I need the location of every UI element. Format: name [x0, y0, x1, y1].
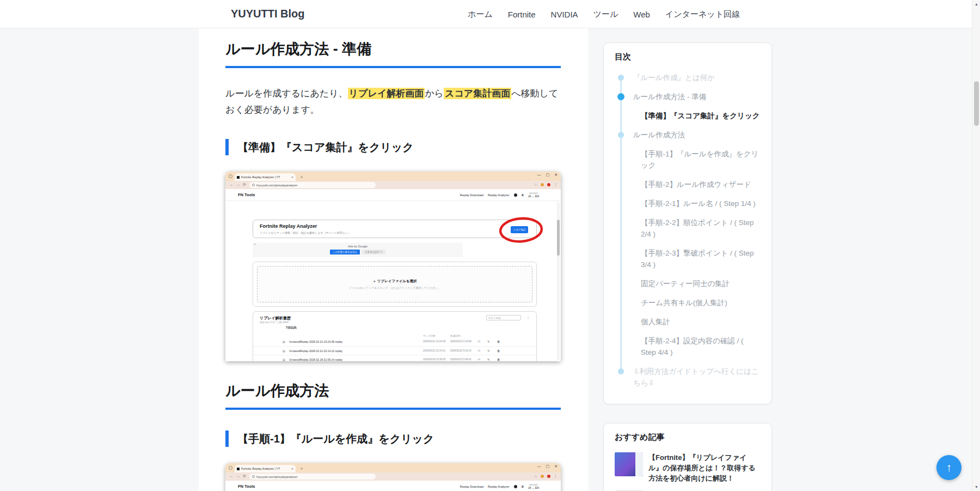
toc-title: 目次	[615, 52, 761, 62]
tab-title: Fortnite Replay Analyzer | YT	[241, 467, 290, 470]
dropzone-hint: ファイルをドラッグ＆ドロップ、またはクリックして選択してください。	[349, 286, 440, 289]
row-badge: +1	[477, 340, 480, 343]
toc-item-current[interactable]: 【準備】『スコア集計』をクリック	[615, 110, 761, 122]
link-replay-analyzer: Replay Analyzer	[488, 485, 510, 488]
minimize-icon: —	[537, 173, 541, 177]
toc-item[interactable]: 『ルール作成』とは何か	[615, 72, 761, 83]
nav-home[interactable]: ホーム	[468, 9, 493, 20]
nav-web[interactable]: Web	[633, 10, 650, 19]
embedded-scrollbar-thumb	[557, 220, 560, 256]
extension-icon	[541, 183, 544, 186]
language-switcher: LANGUAGE JA → EN	[528, 193, 539, 198]
file-icon: ▤	[283, 349, 285, 353]
history-search-input	[486, 315, 521, 320]
browser-tab: Fortnite Replay Analyzer | YT ✕	[235, 173, 296, 181]
replay-file-name: UnsavedReplay-2026.02.21-23.24.35.replay	[289, 340, 342, 343]
article-column: ルール作成方法 - 準備 ルールを作成するにあたり、リプレイ解析画面からスコア集…	[199, 28, 588, 491]
select-replay-file-label: ＋ リプレイファイルを選択	[372, 279, 416, 284]
window-controls: — ▢ ✕	[537, 173, 558, 177]
row-badge: +1	[477, 349, 480, 352]
toc-item[interactable]: 【手順-2-1】ルール名 / ( Step 1/4 )	[615, 198, 761, 209]
paragraph-text: ルールを作成するにあたり、	[225, 88, 348, 99]
nav-tools[interactable]: ツール	[593, 9, 618, 20]
ad-settings-button: 広告表示設定 ⓘ	[362, 250, 385, 254]
recommended-title: おすすめ記事	[615, 432, 761, 442]
tab-close-icon: ✕	[291, 175, 293, 179]
toc-item[interactable]: 【手順-2-4】設定内容の確認 / ( Step 4/4 )	[615, 335, 761, 358]
screenshot-create-rule[interactable]: Fortnite Replay Analyzer | YT ✕ ＋ — ▢ ✕ …	[225, 463, 561, 491]
analyzer-page: FN Tools Replay Download Replay Analyzer…	[225, 481, 561, 491]
analyzer-title: Fortnite Replay Analyzer	[260, 223, 317, 229]
site-info-icon	[252, 184, 255, 186]
profile-avatar	[547, 183, 550, 186]
github-icon	[514, 193, 517, 197]
minimize-icon: —	[537, 464, 541, 469]
toc-list: 『ルール作成』とは何か ルール作成方法 - 準備 【準備】『スコア集計』をクリッ…	[615, 72, 761, 389]
browser-menu-icon: ⋮	[554, 474, 558, 478]
google-ad: ✕ Ads by Google この広告の表示を停止 広告表示設定 ⓘ	[253, 243, 463, 257]
site-logo[interactable]: YUYUTTI Blog	[231, 8, 305, 20]
recommended-card: おすすめ記事 【Fortnite】『リプレイファイル』の保存場所とは！？取得する…	[603, 423, 772, 491]
replay-history-card: リプレイ解析履歴 保存済み 3 件 / 上限 100件 ⋮ 7日以内 マッチ日時…	[253, 311, 537, 361]
url-field: fnyuyutti.com/ja/replayanalyzer	[249, 182, 376, 188]
created-date: 2026/02/22 5:09:41	[450, 358, 471, 361]
toc-item[interactable]: 【手順-2-2】順位ポイント / ( Step 2/4 )	[615, 217, 761, 240]
replay-file-name: UnsavedReplay-2026.02.21-22.14.12.replay	[289, 349, 342, 353]
toc-item[interactable]: チーム共有キル(個人集計)	[615, 297, 761, 308]
toc-item[interactable]: 【手順-1】『ルールを作成』をクリック	[615, 148, 761, 171]
screenshot-score-button-circled[interactable]: Fortnite Replay Analyzer | YT ✕ ＋ — ▢ ✕ …	[225, 172, 561, 361]
sidebar: 目次 『ルール作成』とは何か ルール作成方法 - 準備 【準備】『スコア集計』を…	[603, 43, 772, 491]
scrollbar-down-icon[interactable]: ▼	[972, 483, 980, 491]
new-tab-icon: ＋	[299, 174, 304, 180]
window-controls: — ▢ ✕	[537, 464, 558, 469]
x-social-icon: X	[522, 193, 524, 197]
toc-item-active[interactable]: ルール作成方法 - 準備	[615, 91, 761, 102]
nav-internet[interactable]: インターネット回線	[665, 9, 740, 20]
analyzer-site-header: FN Tools Replay Download Replay Analyzer…	[225, 189, 561, 201]
analyzer-page: FN Tools Replay Download Replay Analyzer…	[225, 189, 561, 361]
toc-item[interactable]: 【手順-2-3】撃破ポイント / ( Step 3/4 )	[615, 247, 761, 270]
page-scrollbar[interactable]: ▲ ▼	[972, 0, 980, 491]
replay-file-name: UnsavedReplay-2026.02.18-21.56.14.replay	[289, 358, 342, 361]
browser-tab: Fortnite Replay Analyzer | YT ✕	[235, 465, 296, 472]
history-subtitle: 保存済み 3 件 / 上限 100件	[260, 321, 289, 324]
toc-item[interactable]: 固定パーティー同士の集計	[615, 278, 761, 289]
toc-item[interactable]: 個人集計	[615, 316, 761, 328]
nav-nvidia[interactable]: NVIDIA	[551, 10, 578, 19]
close-icon: ✕	[554, 173, 558, 177]
bookmark-star-icon: ☆	[534, 183, 537, 187]
new-tab-icon: ＋	[299, 465, 304, 471]
language-value: JA → EN	[528, 195, 539, 198]
tab-favicon-icon	[237, 176, 240, 179]
bookmark-star-icon: ☆	[534, 474, 537, 478]
score-aggregation-button: スコア集計	[511, 226, 528, 233]
history-table-header: マッチ日時 作成日時 ↓	[253, 332, 536, 337]
link-replay-download: Replay Download	[460, 193, 483, 197]
scrollbar-thumb[interactable]	[974, 81, 979, 126]
replay-upload-card: ＋ リプレイファイルを選択 ファイルをドラッグ＆ドロップ、またはクリックして選択…	[253, 262, 537, 307]
language-value: JA → EN	[528, 487, 539, 489]
toc-item-guide-link[interactable]: ⇩利用方法ガイドトップへ行くにはこちら⇩	[615, 366, 761, 389]
maximize-icon: ▢	[546, 173, 550, 177]
history-menu-icon: ⋮	[526, 316, 530, 319]
toc-card: 目次 『ルール作成』とは何か ルール作成方法 - 準備 【準備】『スコア集計』を…	[603, 43, 772, 404]
scroll-to-top-button[interactable]: ↑	[936, 455, 961, 480]
analyzer-subtitle: リプレイからマッチ情報・順位・統計を解析します（サーバー保存なし）	[260, 231, 351, 234]
url-text: fnyuyutti.com/ja/replayanalyzer	[256, 184, 298, 187]
recommended-article[interactable]: 【Fortnite】『リプレイファイル』の保存場所とは！？取得する方法を初心者向…	[615, 452, 761, 483]
fn-tools-logo: FN Tools	[238, 192, 255, 197]
back-icon: ←	[230, 183, 234, 186]
browser-tab-bar: Fortnite Replay Analyzer | YT ✕ ＋ — ▢ ✕	[225, 172, 561, 181]
toc-item[interactable]: ルール作成方法	[615, 129, 761, 141]
extension-icon	[541, 475, 544, 478]
trash-icon: 🗑	[497, 358, 500, 361]
browser-url-bar: ← → ⟳ fnyuyutti.com/ja/replayanalyzer ☆ …	[225, 181, 561, 189]
scrollbar-up-icon[interactable]: ▲	[972, 0, 980, 8]
nav-fortnite[interactable]: Fortnite	[508, 10, 536, 19]
back-icon: ←	[230, 474, 234, 478]
toc-item[interactable]: 【手順-2】ルール作成ウィザード	[615, 179, 761, 190]
ad-label: Ads by Google	[253, 245, 463, 248]
history-group-label: 7日以内	[286, 326, 297, 330]
created-date: 2026/02/22 5:10:08	[450, 340, 471, 343]
up-arrow-icon: ↑	[946, 461, 952, 474]
